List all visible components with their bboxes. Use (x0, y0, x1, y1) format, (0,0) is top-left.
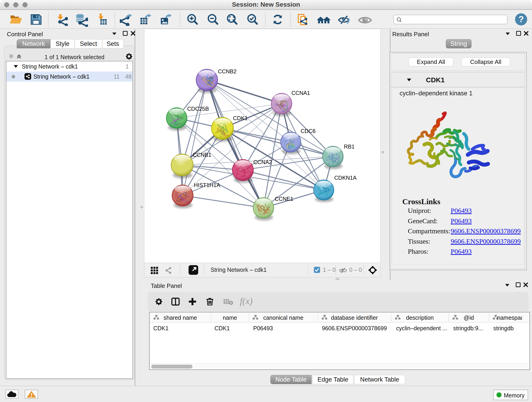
svg-text:CDKN1A: CDKN1A (334, 175, 356, 181)
svg-text:CDC6: CDC6 (301, 128, 316, 134)
svg-text:CCNA2: CCNA2 (253, 159, 272, 165)
svg-text:CCNA1: CCNA1 (291, 90, 310, 96)
svg-text:CDC25B: CDC25B (187, 106, 209, 112)
svg-text:RB1: RB1 (344, 143, 355, 150)
svg-text:HIST1H1A: HIST1H1A (194, 182, 220, 188)
svg-text:CCNE1: CCNE1 (275, 196, 293, 202)
svg-text:CCNB1: CCNB1 (193, 152, 211, 158)
svg-text:CCNB2: CCNB2 (218, 68, 236, 75)
svg-text:CDK1: CDK1 (233, 115, 248, 121)
